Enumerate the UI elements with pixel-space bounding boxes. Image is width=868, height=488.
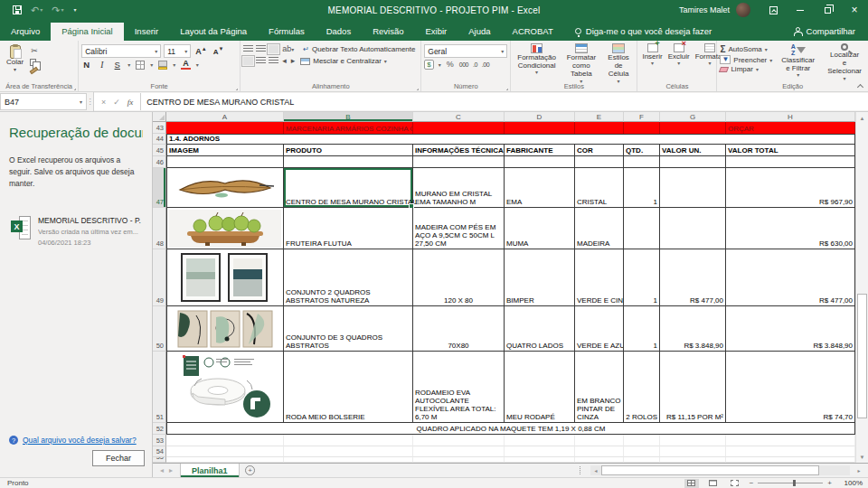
cell-E50[interactable]: VERDE E AZUL — [575, 306, 624, 352]
cell-E46[interactable] — [575, 156, 624, 168]
cell-A52[interactable]: QUADRO APLICADO NA MAQUETE TEM 1,19 X 0,… — [166, 423, 855, 435]
insert-function-button[interactable]: fx — [127, 98, 134, 107]
copy-icon[interactable] — [30, 59, 36, 66]
close-button[interactable]: × — [841, 0, 868, 20]
fill-color-button[interactable] — [158, 61, 167, 70]
cell-C54[interactable] — [413, 446, 505, 457]
enter-button[interactable]: ✓ — [113, 98, 120, 107]
zoom-slider-handle[interactable] — [793, 480, 796, 486]
cell-C45[interactable]: INFORMAÇÕES TÉCNICAS — [413, 145, 505, 156]
cell-E51[interactable]: EM BRANCO PINTAR DE CINZA — [575, 352, 624, 423]
ribbon-tab-revisão[interactable]: Revisão — [362, 23, 414, 41]
cell-H48[interactable]: R$ 630,00 — [726, 208, 855, 249]
merge-center-button[interactable]: Mesclar e Centralizar ▾ — [300, 57, 387, 65]
alignment-dialog-launcher[interactable] — [417, 89, 419, 90]
cell-H43[interactable]: ORÇAR — [726, 122, 855, 134]
share-button[interactable]: Compartilhar — [781, 23, 868, 41]
formula-input[interactable]: CENTRO DE MESA MURANO CRISTAL — [141, 93, 868, 110]
ribbon-tab-página-inicial[interactable]: Página Inicial — [51, 23, 124, 41]
cell-F50[interactable]: 1 — [624, 306, 660, 352]
column-header-E[interactable]: E — [575, 112, 624, 122]
cell-A54[interactable] — [166, 446, 284, 457]
font-dialog-launcher[interactable] — [236, 89, 238, 90]
cell-G53[interactable] — [660, 435, 726, 446]
zoom-slider[interactable] — [758, 483, 823, 483]
restore-button[interactable] — [814, 0, 841, 20]
cell-B50[interactable]: CONJUNTO DE 3 QUADROS ABSTRATOS — [284, 306, 413, 352]
cell-E53[interactable] — [575, 435, 624, 446]
column-header-G[interactable]: G — [660, 112, 726, 122]
cell-F53[interactable] — [624, 435, 660, 446]
cell-H51[interactable]: R$ 74,70 — [726, 352, 855, 423]
cell-C50[interactable]: 70X80 — [413, 306, 505, 352]
ribbon-display-options-button[interactable] — [760, 0, 787, 20]
align-middle-icon[interactable] — [256, 45, 266, 53]
number-dialog-launcher[interactable] — [506, 89, 508, 90]
align-bottom-icon[interactable] — [269, 45, 278, 53]
cell-A46[interactable] — [166, 156, 284, 168]
cell-C47[interactable]: MURANO EM CRISTAL EMA TAMANHO M — [413, 168, 505, 208]
column-header-F[interactable]: F — [624, 112, 660, 122]
redo-button[interactable]: ↷▾ — [52, 5, 63, 15]
cell-B43[interactable]: MARCENARIA ARMÁRIOS COZINHA ORÇAR — [284, 122, 413, 134]
cell-D45[interactable]: FABRICANTE — [505, 145, 575, 156]
align-left-icon[interactable] — [243, 57, 253, 65]
font-name-select[interactable]: Calibri▾ — [81, 44, 161, 58]
cell-C46[interactable] — [413, 156, 505, 168]
cell-F49[interactable]: 1 — [624, 249, 660, 306]
image-murano[interactable] — [166, 168, 284, 208]
cell-A44[interactable]: 1.4. ADORNOS — [166, 134, 855, 145]
font-color-dropdown-icon[interactable]: ▾ — [196, 61, 199, 68]
conditional-formatting-button[interactable]: Formatação Condicional ▾ — [514, 43, 560, 76]
cell-C49[interactable]: 120 X 80 — [413, 249, 505, 306]
row-header-52[interactable]: 52 — [153, 423, 166, 435]
fill-color-dropdown-icon[interactable]: ▾ — [173, 61, 175, 68]
column-header-H[interactable]: H — [726, 112, 855, 122]
percent-style-button[interactable]: % — [446, 60, 455, 70]
cell-E49[interactable]: VERDE E CINZA — [575, 249, 624, 306]
shrink-font-button[interactable]: A▼ — [212, 46, 226, 56]
cell-E54[interactable] — [575, 446, 624, 457]
row-header-46[interactable]: 46 — [153, 156, 166, 168]
align-top-icon[interactable] — [243, 45, 253, 53]
increase-decimal-button[interactable]: .0 — [473, 61, 477, 68]
which-file-link[interactable]: Qual arquivo você deseja salvar? — [23, 436, 137, 445]
cell-B46[interactable] — [284, 156, 413, 168]
row-header-44[interactable]: 44 — [153, 134, 166, 145]
cell-D49[interactable]: BIMPER — [505, 249, 575, 306]
cell-G45[interactable]: VALOR UN. — [660, 145, 726, 156]
underline-button[interactable]: S — [112, 60, 122, 70]
cell-F51[interactable]: 2 ROLOS — [624, 352, 660, 423]
scroll-left-icon[interactable]: ◂ — [590, 465, 601, 475]
page-layout-view-button[interactable] — [706, 479, 721, 488]
tell-me-box[interactable]: Diga-me o que você deseja fazer — [564, 23, 722, 41]
cell-B47[interactable]: CENTRO DE MESA MURANO CRISTAL — [284, 168, 413, 208]
cell-H50[interactable]: R$ 3.848,90 — [726, 306, 855, 352]
accounting-dropdown-icon[interactable]: ▾ — [439, 61, 441, 68]
cell-C48[interactable]: MADEIRA COM PÉS EM AÇO A 9,5CM C 50CM L … — [413, 208, 505, 249]
cell-B51[interactable]: RODA MEIO BOLSERIE — [284, 352, 413, 423]
cell-B45[interactable]: PRODUTO — [284, 145, 413, 156]
select-all-corner[interactable] — [153, 112, 166, 122]
image-quadros2[interactable] — [166, 249, 284, 306]
cell-E43[interactable] — [575, 122, 624, 134]
ribbon-tab-layout-da-página[interactable]: Layout da Página — [169, 23, 258, 41]
cell-B49[interactable]: CONJUNTO 2 QUADROS ABSTRATOS NATUREZA — [284, 249, 413, 306]
cell-C43[interactable] — [413, 122, 505, 134]
cell-H47[interactable]: R$ 967,90 — [726, 168, 855, 208]
delete-cells-button[interactable]: Excluir ▾ — [666, 43, 692, 67]
cell-D46[interactable] — [505, 156, 575, 168]
cell-F48[interactable] — [624, 208, 660, 249]
zoom-in-button[interactable]: + — [827, 479, 832, 487]
vertical-scroll-thumb[interactable] — [857, 294, 867, 418]
row-header-53[interactable]: 53 — [153, 435, 166, 446]
cell-G48[interactable] — [660, 208, 726, 249]
cell-D47[interactable]: EMA — [505, 168, 575, 208]
font-color-button[interactable]: A — [181, 60, 191, 70]
increase-indent-icon[interactable]: ▸ — [290, 56, 297, 66]
scroll-up-icon[interactable]: ▲ — [856, 112, 868, 124]
cell-D48[interactable]: MUMA — [505, 208, 575, 249]
orientation-button[interactable]: ab▾ — [281, 44, 295, 54]
minimize-button[interactable] — [787, 0, 814, 20]
cancel-button[interactable]: × — [101, 98, 106, 107]
